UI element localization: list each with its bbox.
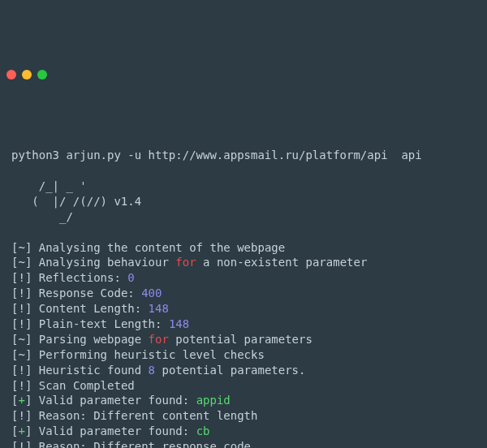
status-tag: !: [18, 286, 24, 299]
output-text: Analysing the content of the webpage: [39, 241, 285, 254]
ascii-art-line: /_| _ ': [11, 179, 101, 192]
command-line: python3 arjun.py -u http://www.appsmail.…: [11, 149, 422, 162]
minimize-icon[interactable]: [22, 70, 32, 80]
terminal-output: [~] Analysing the content of the webpage…: [11, 240, 479, 448]
output-text: Heuristic found: [39, 364, 149, 377]
close-icon[interactable]: [6, 70, 16, 80]
status-tag: !: [18, 440, 24, 448]
status-tag: ~: [18, 256, 24, 269]
output-text: Reason: Different content length: [39, 409, 258, 422]
output-text: potential parameters: [169, 333, 312, 346]
output-text: cb: [196, 424, 210, 437]
output-text: for: [149, 333, 169, 346]
window-titlebar: [0, 62, 487, 84]
output-text: potential parameters.: [155, 364, 305, 377]
status-tag: ~: [18, 348, 24, 361]
output-text: Response Code:: [39, 286, 141, 299]
status-tag: +: [18, 424, 24, 437]
zoom-icon[interactable]: [37, 70, 47, 80]
output-text: for: [175, 256, 196, 269]
output-text: 148: [169, 317, 189, 330]
status-tag: ~: [18, 333, 24, 346]
status-tag: !: [18, 302, 24, 315]
output-text: 400: [141, 286, 162, 299]
status-tag: !: [18, 317, 24, 330]
output-text: a non-existent parameter: [196, 256, 368, 269]
output-text: Reason: Different response code: [39, 440, 251, 448]
output-text: appid: [196, 394, 231, 407]
status-tag: !: [18, 379, 24, 392]
output-text: Scan Completed: [39, 379, 135, 392]
terminal-body[interactable]: python3 arjun.py -u http://www.appsmail.…: [0, 114, 487, 448]
ascii-art-line: ( |/ /(//) v1.4: [11, 195, 141, 208]
output-text: 8: [149, 364, 155, 377]
output-text: Parsing webpage: [39, 333, 149, 346]
output-text: 0: [127, 271, 134, 284]
output-text: 148: [149, 302, 169, 315]
output-text: Performing heuristic level checks: [39, 348, 265, 361]
output-text: Content Length:: [39, 302, 149, 315]
output-text: Reflections:: [39, 271, 128, 284]
ascii-art-line: _/: [11, 210, 73, 223]
status-tag: !: [18, 271, 24, 284]
output-text: Analysing behaviour: [39, 256, 176, 269]
status-tag: +: [18, 394, 24, 407]
output-text: Valid parameter found:: [39, 424, 196, 437]
status-tag: !: [18, 409, 24, 422]
status-tag: !: [18, 364, 24, 377]
status-tag: ~: [18, 241, 24, 254]
output-text: Valid parameter found:: [39, 394, 196, 407]
output-text: Plain-text Length:: [39, 317, 169, 330]
